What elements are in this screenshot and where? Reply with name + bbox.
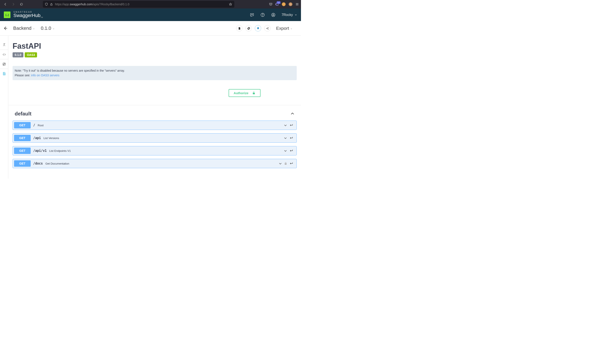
chevron-down-icon: [284, 124, 287, 127]
doc-content: FastAPI 0.1.0 OAS3 Note: "Try it out" is…: [8, 36, 301, 179]
svg-point-5: [262, 15, 263, 16]
unlock-icon: [252, 91, 255, 95]
tag-header[interactable]: default: [13, 109, 297, 120]
operation-row[interactable]: GET/apiList Versions: [13, 133, 297, 143]
operation-row[interactable]: GET/api/v1List Endpoints V1: [13, 146, 297, 156]
svg-point-7: [273, 14, 274, 15]
chevron-down-icon: ⌄: [290, 27, 292, 30]
design-tab-icon[interactable]: [0, 40, 8, 50]
chevron-down-icon: ⌄: [53, 27, 55, 30]
help-icon[interactable]: [260, 13, 265, 17]
api-name-dropdown[interactable]: Backend ⌄: [13, 26, 35, 31]
oas-badge: OAS3: [25, 52, 37, 57]
chat-icon[interactable]: [250, 13, 254, 17]
version-badge: 0.1.0: [13, 52, 23, 57]
svg-point-3: [252, 14, 253, 14]
svg-point-11: [4, 44, 4, 44]
pocket-icon[interactable]: [269, 2, 272, 6]
extension-icon[interactable]: [275, 2, 279, 6]
hamburger-menu-icon[interactable]: [295, 2, 299, 6]
operation-row[interactable]: GET/Root: [13, 120, 297, 130]
export-dropdown[interactable]: Export ⌄: [276, 26, 292, 31]
svg-rect-13: [253, 93, 255, 94]
endpoint-summary: Get Documentation: [45, 162, 69, 165]
newline-icon: [289, 124, 293, 127]
svg-point-2: [252, 14, 252, 14]
newline-icon: [289, 149, 293, 152]
http-method: GET: [14, 135, 31, 141]
svg-point-9: [268, 27, 268, 28]
info-note: Note: "Try it out" is disabled because n…: [13, 66, 297, 80]
notifications-button[interactable]: [255, 25, 261, 31]
chevron-up-icon: [290, 112, 295, 116]
nav-back-button[interactable]: [2, 1, 9, 7]
side-rail: [0, 36, 8, 179]
endpoint-path: /api: [33, 136, 41, 140]
svg-point-1: [251, 14, 251, 14]
nav-forward-button[interactable]: [10, 1, 17, 7]
tag-name: default: [15, 111, 31, 117]
chevron-down-icon: ⌄: [33, 27, 35, 30]
operation-row[interactable]: GET/docsGet Documentation: [13, 159, 297, 168]
chevron-down-icon: [295, 13, 297, 16]
swaggerhub-logo-icon[interactable]: {..}: [4, 12, 10, 18]
docs-tab-icon[interactable]: [0, 69, 8, 78]
endpoint-summary: Root: [38, 124, 43, 127]
chevron-down-icon: [284, 149, 287, 153]
endpoint-path: /api/v1: [33, 149, 47, 153]
version-dropdown[interactable]: 0.1.0 ⌄: [41, 26, 55, 31]
http-method: GET: [14, 148, 31, 154]
document-button[interactable]: [236, 25, 243, 31]
endpoint-summary: List Endpoints V1: [49, 149, 71, 153]
newline-icon: [289, 162, 293, 165]
back-button[interactable]: [3, 26, 7, 30]
newline-icon: [289, 136, 293, 140]
url-bar[interactable]: https://app.swaggerhub.com/apis/7Rocky/B…: [43, 1, 234, 8]
endpoint-path: /docs: [33, 162, 43, 165]
api-sub-header: Backend ⌄ 0.1.0 ⌄ Export ⌄: [0, 21, 301, 36]
lock-icon: [284, 162, 287, 165]
oas3-servers-link[interactable]: info on OAS3 servers: [31, 74, 59, 77]
api-title: FastAPI: [13, 42, 297, 51]
bookmark-star-icon[interactable]: [229, 2, 232, 6]
profile-avatar-icon[interactable]: [289, 2, 292, 6]
endpoint-path: /: [33, 123, 35, 127]
shield-icon: [45, 3, 48, 6]
share-button[interactable]: [264, 25, 271, 31]
url-text: https://app.swaggerhub.com/apis/7Rocky/B…: [55, 2, 227, 6]
app-header: {..} SMARTBEAR SwaggerHubTM 7Rocky: [0, 9, 301, 21]
nav-reload-button[interactable]: [18, 1, 25, 7]
http-method: GET: [14, 122, 31, 129]
svg-point-10: [268, 29, 268, 29]
username-label: 7Rocky: [282, 13, 293, 17]
svg-rect-14: [285, 164, 287, 165]
chevron-down-icon: [279, 162, 282, 165]
chevron-down-icon: [284, 136, 287, 140]
http-method: GET: [14, 160, 31, 167]
svg-rect-0: [51, 4, 52, 5]
user-icon[interactable]: [271, 13, 276, 17]
username-dropdown[interactable]: 7Rocky: [282, 13, 297, 17]
authorize-button[interactable]: Authorize: [229, 89, 260, 97]
code-tab-icon[interactable]: [0, 50, 8, 59]
lock-icon: [50, 3, 53, 6]
cookie-icon[interactable]: [282, 2, 286, 6]
edit-tab-icon[interactable]: [0, 59, 8, 69]
browser-toolbar: https://app.swaggerhub.com/apis/7Rocky/B…: [0, 0, 301, 9]
endpoint-summary: List Versions: [43, 136, 59, 140]
swaggerhub-logo-text: SMARTBEAR SwaggerHubTM: [14, 11, 43, 18]
settings-button[interactable]: [245, 25, 252, 31]
